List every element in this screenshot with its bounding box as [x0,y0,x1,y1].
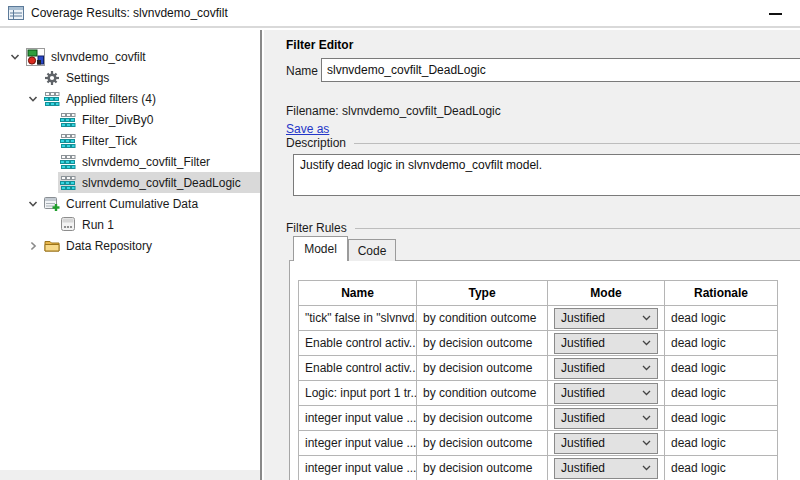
rule-type-cell: by decision outcome [417,331,548,356]
rule-name-cell: integer input value ... [299,456,417,480]
rule-name-cell: Logic: input port 1 tr... [299,381,417,406]
table-row[interactable]: Enable control activ... by decision outc… [299,356,778,381]
table-row[interactable]: Enable control activ... by decision outc… [299,331,778,356]
rule-rationale-cell: dead logic [665,456,778,480]
table-header-row: Name Type Mode Rationale [299,281,778,306]
chevron-down-icon[interactable] [24,88,42,109]
filter-rules-label: Filter Rules [286,221,347,235]
tree-item-label: Settings [66,71,109,85]
minimize-button[interactable] [764,4,786,24]
tree-item-label: slvnvdemo_covfilt [51,50,146,64]
chevron-down-icon [642,340,651,346]
tree-item-current-cumulative-data[interactable]: Current Cumulative Data [0,193,260,214]
rule-type-cell: by decision outcome [417,356,548,381]
filter-rules-group-divider [355,228,800,229]
chevron-down-icon [642,440,651,446]
save-as-link[interactable]: Save as [286,122,329,136]
filename-text: Filename: slvnvdemo_covfilt_DeadLogic [286,104,501,118]
tree-item-filter-tick[interactable]: Filter_Tick [0,130,260,151]
description-group-divider [354,143,800,144]
mode-dropdown[interactable]: Justified [554,383,658,404]
rule-type-cell: by condition outcome [417,306,548,331]
filter-editor-panel: Filter Editor Name Filename: slvnvdemo_c… [264,30,800,480]
tree-item-filter-divby0[interactable]: Filter_DivBy0 [0,109,260,130]
filter-editor-heading: Filter Editor [286,38,353,52]
window-titlebar: Coverage Results: slvnvdemo_covfilt [0,0,800,28]
chevron-down-icon [642,365,651,371]
tree-item-settings[interactable]: Settings [0,67,260,88]
tree-item-slvnvdemo-covfilt[interactable]: slvnvdemo_covfilt [0,46,260,67]
tree-item-label: Applied filters (4) [66,92,156,106]
mode-dropdown[interactable]: Justified [554,433,658,454]
mode-dropdown[interactable]: Justified [554,458,658,479]
mode-dropdown[interactable]: Justified [554,358,658,379]
rule-name-cell: "tick" false in "slvnvd... [299,306,417,331]
column-header-name: Name [299,281,417,306]
mode-dropdown[interactable]: Justified [554,333,658,354]
tab-code[interactable]: Code [348,239,396,261]
rule-type-cell: by condition outcome [417,381,548,406]
rule-name-cell: integer input value ... [299,431,417,456]
chevron-down-icon [642,465,651,471]
mode-dropdown[interactable]: Justified [554,408,658,429]
tree-item-data-repository[interactable]: Data Repository [0,235,260,256]
chevron-down-icon [642,415,651,421]
rule-rationale-cell: dead logic [665,381,778,406]
gear-icon [44,70,60,86]
window-title: Coverage Results: slvnvdemo_covfilt [31,6,228,20]
rule-name-cell: integer input value ... [299,406,417,431]
description-textarea[interactable]: Justify dead logic in slvnvdemo_covfilt … [293,154,800,196]
rule-rationale-cell: dead logic [665,356,778,381]
rule-type-cell: by decision outcome [417,431,548,456]
filter-icon [60,176,76,190]
tree-item-label: Filter_Tick [82,134,137,148]
chevron-down-icon [642,390,651,396]
column-header-type: Type [417,281,548,306]
chevron-right-icon[interactable] [24,235,42,256]
rule-rationale-cell: dead logic [665,406,778,431]
tree-item-covfilt-deadlogic[interactable]: slvnvdemo_covfilt_DeadLogic [0,172,260,193]
filter-rules-table: Name Type Mode Rationale "tick" false in… [298,280,778,480]
coverage-results-icon [8,6,24,20]
tree-item-label: slvnvdemo_covfilt_DeadLogic [82,176,241,190]
model-icon [26,48,45,66]
mode-dropdown[interactable]: Justified [554,308,658,329]
filter-stack-icon [44,92,60,106]
tree-item-run-1[interactable]: Run 1 [0,214,260,235]
rule-name-cell: Enable control activ... [299,356,417,381]
tree-scrollbar-track [0,470,260,480]
rule-rationale-cell: dead logic [665,431,778,456]
rules-tab-panel: Name Type Mode Rationale "tick" false in… [289,260,800,480]
tab-model[interactable]: Model [293,236,348,261]
column-header-mode: Mode [548,281,665,306]
column-header-rationale: Rationale [665,281,778,306]
selected-tree-item-highlight: slvnvdemo_covfilt_DeadLogic [58,172,260,193]
filter-rules-tabbar: Model Code [293,236,396,261]
chevron-down-icon [642,315,651,321]
tree-item-label: Filter_DivBy0 [82,113,153,127]
tree-item-covfilt-filter[interactable]: slvnvdemo_covfilt_Filter [0,151,260,172]
table-row[interactable]: integer input value ... by decision outc… [299,456,778,480]
tree-item-label: slvnvdemo_covfilt_Filter [82,155,210,169]
rule-type-cell: by decision outcome [417,406,548,431]
table-row[interactable]: "tick" false in "slvnvd... by condition … [299,306,778,331]
chevron-down-icon[interactable] [6,46,24,67]
results-tree-panel: slvnvdemo_covfilt Settings [0,30,262,480]
table-row[interactable]: Logic: input port 1 tr... by condition o… [299,381,778,406]
minimize-icon [769,13,782,15]
table-row[interactable]: integer input value ... by decision outc… [299,431,778,456]
rule-type-cell: by decision outcome [417,456,548,480]
chevron-down-icon[interactable] [24,193,42,214]
twisty-spacer [24,67,42,88]
table-row[interactable]: integer input value ... by decision outc… [299,406,778,431]
tree-item-label: Run 1 [82,218,114,232]
filter-icon [60,113,76,127]
tree-item-applied-filters[interactable]: Applied filters (4) [0,88,260,109]
cumulative-data-icon [44,196,60,212]
description-label: Description [286,136,346,150]
filter-icon [60,155,76,169]
tree-item-label: Current Cumulative Data [66,197,198,211]
folder-icon [44,239,60,252]
run-icon [60,217,76,232]
filter-name-input[interactable] [321,58,800,82]
